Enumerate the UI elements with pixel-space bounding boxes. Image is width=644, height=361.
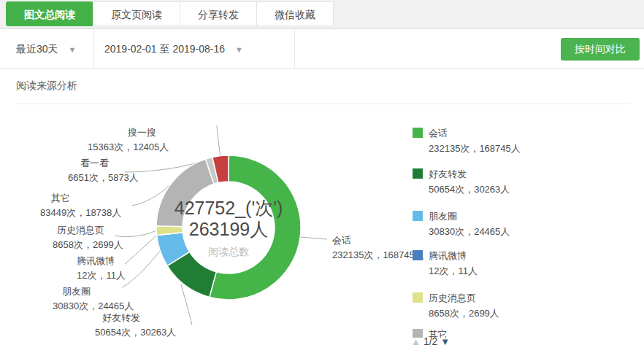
callout-souyisou: 搜一搜 15363次，12405人: [88, 125, 169, 155]
chevron-down-icon: ▼: [235, 30, 243, 69]
compare-by-time-button[interactable]: 按时间对比: [561, 38, 640, 61]
legend-item-pengyouquan[interactable]: 朋友圈 30830次，24465人: [413, 210, 510, 238]
legend-item-lishixiaoxiye[interactable]: 历史消息页 8658次，2699人: [413, 292, 499, 319]
legend-swatch: [413, 168, 423, 179]
callout-kanyikan: 看一看 6651次，5873人: [68, 156, 139, 185]
section-title: 阅读来源分析: [16, 79, 77, 91]
date-range-dropdown[interactable]: 2019-02-01 至 2019-08-16 ▼: [104, 29, 243, 69]
tab-wechat-favorites[interactable]: 微信收藏: [256, 1, 334, 26]
donut-chart[interactable]: [141, 140, 316, 315]
legend-swatch: [413, 292, 423, 303]
callout-pengyouquan: 朋友圈 30830次，24465人: [53, 284, 134, 314]
legend-swatch: [413, 128, 423, 138]
legend-item-huihua[interactable]: 会话 232135次，168745人: [413, 127, 521, 155]
legend-page-up-icon[interactable]: ▲: [411, 336, 421, 347]
time-range-label: 最近30天: [16, 43, 58, 55]
donut-segment-其它[interactable]: [156, 159, 214, 227]
tab-share-forward[interactable]: 分享转发: [180, 1, 257, 26]
legend-page-down-icon[interactable]: ▼: [440, 336, 450, 347]
legend-swatch: [413, 211, 423, 221]
tab-original-page-reads[interactable]: 原文页阅读: [93, 1, 180, 26]
divider: [294, 29, 295, 69]
reading-source-chart: 427752_('次') 263199人 阅读总数 搜一搜 15363次，124…: [0, 102, 644, 360]
filter-bar: 最近30天 ▼ 2019-02-01 至 2019-08-16 ▼ 按时间对比: [0, 29, 644, 69]
legend-page-indicator: 1/2: [423, 335, 437, 347]
callout-qita: 其它 83449次，18738人: [40, 191, 121, 220]
legend-pagination: ▲ 1/2 ▼: [411, 335, 450, 347]
divider: [93, 29, 94, 69]
legend-item-haoyouzhuanfa[interactable]: 好友转发 50654次，30263人: [413, 168, 510, 195]
callout-tengxunweibo: 腾讯微博 12次，11人: [77, 254, 126, 283]
top-tab-bar: 图文总阅读 原文页阅读 分享转发 微信收藏: [0, 0, 644, 29]
callout-haoyouzhuanfa: 好友转发 50654次，30263人: [95, 311, 176, 340]
legend-swatch: [413, 250, 423, 260]
section-header: 阅读来源分析: [0, 69, 644, 102]
chevron-down-icon: ▼: [68, 30, 76, 69]
callout-lishixiaoxiye: 历史消息页 8658次，2699人: [53, 223, 123, 252]
tab-article-total-reads[interactable]: 图文总阅读: [6, 1, 93, 26]
callout-huihua: 会话 232135次，168745人: [332, 233, 424, 263]
date-range-label: 2019-02-01 至 2019-08-16: [104, 43, 225, 55]
legend-item-tengxunweibo[interactable]: 腾讯微博 12次，11人: [413, 249, 478, 277]
time-range-dropdown[interactable]: 最近30天 ▼: [16, 29, 76, 69]
